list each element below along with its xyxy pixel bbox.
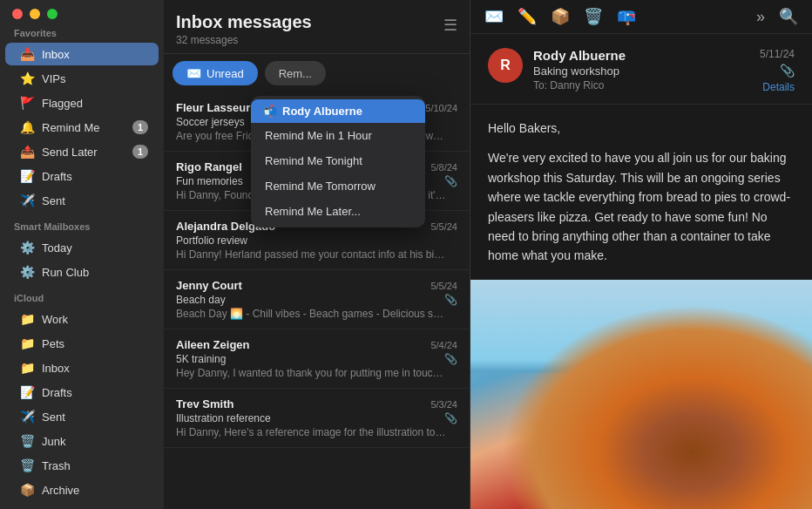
detail-to: To: Danny Rico — [533, 79, 749, 92]
message-preview: Beach Day 🌅 - Chill vibes - Beach games … — [176, 308, 446, 320]
tab-remind[interactable]: Rem... — [265, 61, 326, 85]
sidebar-item-flagged[interactable]: 🚩 Flagged — [5, 92, 159, 114]
minimize-button[interactable] — [30, 9, 40, 19]
sidebar-item-trash[interactable]: 🗑️ Trash — [5, 454, 159, 477]
sidebar-item-junk[interactable]: 🗑️ Junk — [5, 430, 159, 452]
sidebar-item-icloud-sent[interactable]: ✈️ Sent — [5, 405, 159, 428]
sidebar-item-drafts[interactable]: 📝 Drafts — [5, 165, 159, 187]
remind-later[interactable]: Remind Me Later... — [251, 199, 425, 224]
sidebar-item-label: Work — [42, 313, 68, 326]
search-toolbar-icon[interactable]: 🔍 — [779, 7, 798, 26]
table-row[interactable]: Aileen Zeigen 5/4/24 5K training 📎 Hey D… — [164, 329, 470, 389]
remind-tab-label: Rem... — [279, 67, 312, 80]
close-button[interactable] — [12, 9, 23, 19]
unread-tab-label: Unread — [206, 67, 244, 80]
message-subject: Fun memories — [176, 175, 243, 187]
sidebar-item-label: Inbox — [42, 362, 70, 375]
sidebar-item-label: Remind Me — [42, 121, 99, 134]
sidebar-item-pets[interactable]: 📁 Pets — [5, 332, 159, 355]
sidebar-item-archive[interactable]: 📦 Archive — [5, 478, 159, 501]
remind-dropdown-sender: Rody Albuerne — [282, 105, 362, 118]
attachment-icon: 📎 — [444, 412, 457, 424]
attachment-icon: 📎 — [444, 353, 457, 365]
folder2-icon: 📁 — [19, 336, 35, 351]
sidebar-item-label: Drafts — [42, 386, 72, 399]
sidebar-item-remind-me[interactable]: 🔔 Remind Me 1 — [5, 116, 159, 139]
sidebar-item-label: Trash — [42, 459, 71, 472]
maximize-button[interactable] — [47, 9, 58, 19]
message-subject: Portfolio review — [176, 234, 247, 247]
sidebar-item-label: Archive — [42, 484, 79, 497]
sidebar-item-send-later[interactable]: 📤 Send Later 1 — [5, 140, 159, 163]
to-recipient: Danny Rico — [550, 79, 604, 92]
archive-toolbar-icon[interactable]: 📦 — [551, 7, 570, 26]
sidebar-item-label: Junk — [42, 435, 65, 448]
message-sender: Aileen Zeigen — [176, 338, 250, 351]
send-later-icon: 📤 — [19, 144, 35, 159]
sidebar-item-label: Flagged — [42, 97, 83, 110]
detail-image — [470, 280, 812, 509]
details-link[interactable]: Details — [762, 81, 795, 93]
sent-icon: ✈️ — [19, 193, 35, 208]
sidebar-item-label: VIPs — [42, 72, 65, 85]
sidebar-item-label: Pets — [42, 337, 64, 350]
message-date: 5/5/24 — [430, 221, 457, 232]
message-sender: Fleur Lasseur — [176, 101, 250, 114]
trash-toolbar-icon[interactable]: 🗑️ — [584, 7, 603, 26]
message-preview: Hey Danny, I wanted to thank you for put… — [176, 367, 446, 379]
sidebar-icloud-label: iCloud — [0, 284, 164, 307]
message-date: 5/5/24 — [430, 281, 457, 291]
remind-dropdown: 📬 Rody Albuerne Remind Me in 1 Hour Remi… — [251, 96, 425, 227]
drafts-icon: 📝 — [19, 168, 35, 184]
compose-icon[interactable]: ✏️ — [518, 7, 537, 26]
traffic-lights — [0, 0, 70, 28]
message-subject: Beach day — [176, 294, 226, 306]
remind-tonight[interactable]: Remind Me Tonight — [251, 148, 425, 173]
filter-icon[interactable]: ☰ — [443, 16, 457, 35]
detail-paragraph: We're very excited to have you all join … — [488, 148, 795, 265]
sidebar-item-label: Inbox — [42, 48, 70, 61]
detail-date: 5/11/24 — [760, 48, 795, 60]
detail-from: Rody Albuerne — [533, 48, 749, 63]
detail-date-area: 5/11/24 📎 Details — [760, 48, 795, 93]
junk-toolbar-icon[interactable]: 📪 — [617, 7, 636, 26]
remind-1hour[interactable]: Remind Me in 1 Hour — [251, 123, 425, 148]
detail-header: R Rody Albuerne Baking workshop To: Dann… — [470, 34, 812, 105]
more-icon[interactable]: » — [756, 8, 765, 26]
folder3-icon: 📁 — [19, 360, 35, 376]
sidebar-item-inbox[interactable]: 📥 Inbox — [5, 43, 159, 65]
sidebar-item-sent[interactable]: ✈️ Sent — [5, 189, 159, 212]
sidebar-item-icloud-inbox[interactable]: 📁 Inbox — [5, 356, 159, 379]
sidebar-item-label: Send Later — [42, 146, 98, 159]
message-sender: Rigo Rangel — [176, 160, 242, 173]
message-sender: Jenny Court — [176, 279, 242, 292]
junk-icon: 🗑️ — [19, 433, 35, 449]
inbox-title: Inbox messages — [176, 12, 312, 32]
message-date: 5/4/24 — [430, 340, 457, 350]
bell-icon: 🔔 — [19, 119, 35, 135]
sidebar: Favorites 📥 Inbox ⭐ VIPs 🚩 Flagged 🔔 Rem… — [0, 0, 164, 509]
table-row[interactable]: Jenny Court 5/5/24 Beach day 📎 Beach Day… — [164, 270, 470, 329]
sidebar-item-icloud-drafts[interactable]: 📝 Drafts — [5, 381, 159, 404]
trash-icon: 🗑️ — [19, 458, 35, 473]
message-date: 5/8/24 — [430, 162, 457, 173]
reply-icon[interactable]: ✉️ — [484, 7, 504, 26]
message-count: 32 messages — [176, 34, 312, 46]
sidebar-item-vips[interactable]: ⭐ VIPs — [5, 67, 159, 90]
flag-icon: 🚩 — [19, 95, 35, 111]
sidebar-item-work[interactable]: 📁 Work — [5, 308, 159, 330]
detail-body: Hello Bakers, We're very excited to have… — [470, 105, 812, 280]
to-label: To: — [533, 79, 550, 92]
remind-tomorrow[interactable]: Remind Me Tomorrow — [251, 173, 425, 199]
attachment-icon: 📎 — [444, 294, 457, 306]
archive-icon: 📦 — [19, 482, 35, 498]
table-row[interactable]: Trev Smith 5/3/24 Illustration reference… — [164, 389, 470, 448]
sidebar-smart-label: Smart Mailboxes — [0, 213, 164, 235]
sidebar-item-run-club[interactable]: ⚙️ Run Club — [5, 261, 159, 283]
sidebar-item-today[interactable]: ⚙️ Today — [5, 236, 159, 259]
message-preview: Hi Danny! Herland passed me your contact… — [176, 248, 446, 261]
folder-icon: 📁 — [19, 311, 35, 327]
tab-unread[interactable]: ✉️ Unread — [173, 61, 258, 85]
attachment-icon: 📎 — [444, 175, 457, 187]
remind-dropdown-header: 📬 Rody Albuerne — [251, 99, 425, 123]
